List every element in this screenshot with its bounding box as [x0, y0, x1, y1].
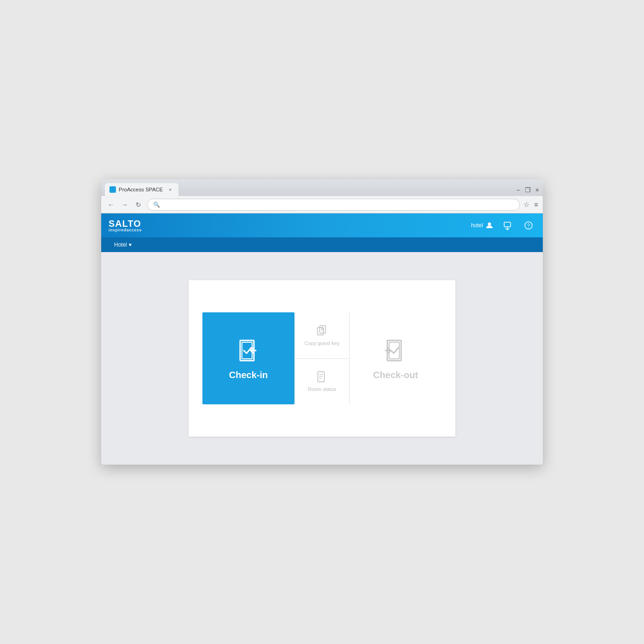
salto-logo: SALTO inspiredaccess — [109, 219, 142, 232]
help-icon: ? — [524, 221, 533, 230]
download-icon-button[interactable] — [500, 218, 514, 232]
middle-tiles: Copy guest key Room status — [294, 312, 350, 404]
bookmark-icon[interactable]: ☆ — [523, 201, 529, 209]
logo-main-text: SALTO — [109, 219, 142, 228]
refresh-button[interactable]: ↻ — [133, 200, 144, 210]
svg-point-0 — [488, 223, 491, 226]
back-button[interactable]: ← — [106, 200, 116, 210]
window-controls: − ❐ × — [517, 187, 539, 196]
content-panel: Check-in Copy — [189, 280, 455, 437]
checkout-tile[interactable]: Check-out — [350, 312, 442, 404]
user-icon — [486, 222, 493, 229]
main-area: Check-in Copy — [101, 252, 543, 465]
copy-guest-key-tile[interactable]: Copy guest key — [295, 312, 349, 359]
room-status-icon — [316, 370, 328, 383]
menu-icon[interactable]: ≡ — [534, 201, 538, 208]
app-content: SALTO inspiredaccess hotel — [101, 213, 543, 465]
browser-window: ProAccess SPACE × − ❐ × ← → ↻ 🔍 ☆ ≡ SALT… — [101, 179, 543, 465]
copy-guest-key-label: Copy guest key — [305, 340, 339, 346]
browser-addressbar: ← → ↻ 🔍 ☆ ≡ — [101, 196, 543, 213]
logo-sub-text: inspiredaccess — [109, 228, 142, 232]
tab-favicon — [109, 186, 116, 193]
checkin-tile[interactable]: Check-in — [202, 312, 294, 404]
copy-key-icon — [316, 324, 328, 337]
checkin-icon — [235, 337, 262, 364]
hotel-nav-arrow: ▾ — [129, 242, 132, 248]
tab-close-button[interactable]: × — [167, 186, 174, 193]
checkout-icon — [382, 337, 409, 364]
address-bar[interactable]: 🔍 — [147, 199, 520, 211]
svg-rect-9 — [320, 326, 326, 333]
header-right: hotel ? — [471, 218, 535, 232]
room-status-label: Room status — [308, 386, 336, 392]
hotel-nav-label: Hotel — [114, 242, 127, 248]
window-close-button[interactable]: × — [535, 187, 539, 193]
svg-rect-12 — [318, 372, 324, 382]
checkout-label: Check-out — [373, 370, 418, 380]
checkin-label: Check-in — [229, 370, 268, 380]
browser-tab[interactable]: ProAccess SPACE × — [105, 183, 178, 196]
download-icon — [503, 221, 512, 230]
svg-rect-1 — [504, 222, 511, 227]
header-user[interactable]: hotel — [471, 222, 493, 229]
forward-button[interactable]: → — [120, 200, 130, 210]
app-navbar: Hotel ▾ — [101, 237, 543, 252]
address-right-controls: ☆ ≡ — [523, 201, 538, 209]
room-status-tile[interactable]: Room status — [295, 359, 349, 405]
restore-button[interactable]: ❐ — [525, 187, 531, 193]
checkin-door-icon — [236, 338, 261, 363]
minimize-button[interactable]: − — [517, 187, 520, 193]
help-icon-button[interactable]: ? — [522, 218, 535, 232]
user-label: hotel — [471, 222, 483, 229]
app-header: SALTO inspiredaccess hotel — [101, 213, 543, 237]
svg-text:?: ? — [527, 223, 530, 228]
hotel-nav-item[interactable]: Hotel ▾ — [109, 237, 137, 252]
tab-title: ProAccess SPACE — [119, 187, 164, 192]
browser-titlebar: ProAccess SPACE × − ❐ × — [101, 179, 543, 196]
